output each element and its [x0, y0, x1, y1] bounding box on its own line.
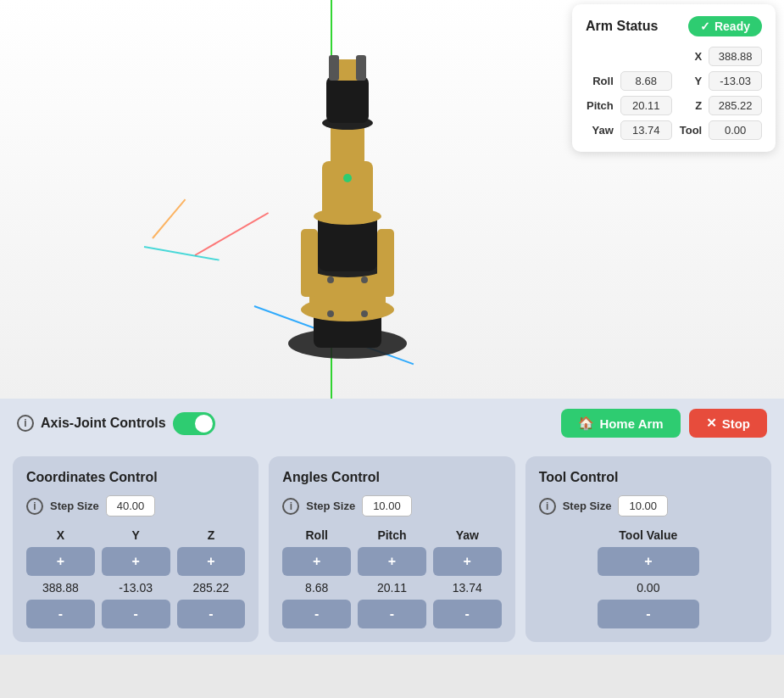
pitch-value: 20.11 — [377, 581, 407, 595]
coordinates-panel: Coordinates Control i Step Size 40.00 X … — [13, 456, 259, 642]
x-label: X — [679, 50, 702, 63]
yaw-label: Yaw — [586, 124, 614, 137]
coordinates-step-row: i Step Size 40.00 — [26, 495, 245, 517]
x-value: 388.88 — [709, 47, 762, 66]
pitch-value: 20.11 — [620, 96, 672, 115]
coordinates-title: Coordinates Control — [26, 470, 245, 485]
home-arm-button[interactable]: 🏠 Home Arm — [561, 409, 680, 438]
arm-status-title: Arm Status — [586, 19, 658, 34]
svg-point-16 — [327, 276, 334, 283]
svg-rect-10 — [326, 76, 369, 123]
angles-step-row: i Step Size 10.00 — [282, 495, 501, 517]
angles-panel: Angles Control i Step Size 10.00 Roll + … — [269, 456, 514, 642]
y-value: -13.03 — [709, 71, 762, 91]
x-axis-value: 388.88 — [42, 581, 79, 595]
svg-point-20 — [343, 174, 352, 182]
tool-step-row: i Step Size 10.00 — [539, 495, 758, 517]
y-label: Y — [679, 75, 702, 87]
status-label: Ready — [714, 20, 750, 33]
tool-step-label: Step Size — [563, 500, 612, 512]
z-plus-button[interactable]: + — [177, 547, 246, 576]
tool-axes: Tool Value + 0.00 - — [539, 528, 758, 628]
stop-icon: ✕ — [706, 416, 717, 431]
pitch-label: Pitch — [586, 99, 614, 112]
angles-step-label: Step Size — [306, 500, 355, 512]
x-minus-button[interactable]: - — [26, 600, 95, 628]
tool-minus-button[interactable]: - — [598, 600, 699, 628]
roll-value: 8.68 — [620, 71, 672, 91]
pitch-plus-button[interactable]: + — [358, 547, 426, 576]
y-minus-button[interactable]: - — [102, 600, 170, 628]
roll-col: Roll + 8.68 - — [282, 528, 351, 628]
panels-area: Coordinates Control i Step Size 40.00 X … — [0, 448, 784, 655]
tool-status-value: 0.00 — [709, 120, 762, 140]
status-badge: ✓ Ready — [688, 16, 762, 36]
yaw-header: Yaw — [456, 528, 479, 542]
controls-left: i Axis-Joint Controls — [17, 412, 215, 435]
svg-point-19 — [361, 310, 368, 317]
robot-arm-visual — [212, 42, 483, 365]
arm-status-header: Arm Status ✓ Ready — [586, 16, 762, 36]
check-icon: ✓ — [700, 20, 710, 33]
viewport: Arm Status ✓ Ready X 388.88 Roll 8.68 Y … — [0, 0, 784, 399]
z-axis-col: Z + 285.22 - — [177, 528, 246, 628]
svg-rect-13 — [356, 55, 366, 81]
pitch-minus-button[interactable]: - — [358, 600, 426, 628]
yaw-value: 13.74 — [453, 581, 482, 595]
axis-joint-info-icon[interactable]: i — [17, 415, 34, 432]
coordinates-axes: X + 388.88 - Y + -13.03 - Z + 285.22 - — [26, 528, 245, 628]
z-value: 285.22 — [709, 96, 762, 115]
home-icon: 🏠 — [578, 416, 594, 431]
svg-point-17 — [361, 276, 368, 283]
tool-value-header: Tool Value — [619, 528, 677, 542]
x-plus-button[interactable]: + — [26, 547, 95, 576]
roll-value: 8.68 — [305, 581, 328, 595]
roll-plus-button[interactable]: + — [282, 547, 351, 576]
y-axis-header: Y — [132, 528, 140, 542]
coordinates-step-value: 40.00 — [106, 495, 156, 517]
y-plus-button[interactable]: + — [102, 547, 170, 576]
svg-point-18 — [327, 310, 334, 317]
angles-step-value: 10.00 — [362, 495, 412, 517]
arm-status-panel: Arm Status ✓ Ready X 388.88 Roll 8.68 Y … — [572, 4, 776, 152]
axis-joint-toggle[interactable] — [173, 412, 215, 435]
tool-title: Tool Control — [539, 470, 758, 485]
x-axis-col: X + 388.88 - — [26, 528, 95, 628]
y-axis-value: -13.03 — [119, 581, 153, 595]
axis-line-orange — [152, 198, 186, 238]
tool-current-value: 0.00 — [637, 581, 659, 595]
roll-header: Roll — [305, 528, 327, 542]
yaw-col: Yaw + 13.74 - — [433, 528, 502, 628]
angles-info-icon[interactable]: i — [282, 498, 299, 515]
y-axis-col: Y + -13.03 - — [102, 528, 170, 628]
z-minus-button[interactable]: - — [177, 600, 246, 628]
z-label: Z — [679, 99, 702, 112]
svg-rect-15 — [377, 229, 394, 297]
tool-plus-button[interactable]: + — [598, 547, 699, 576]
yaw-minus-button[interactable]: - — [433, 600, 502, 628]
tool-label: Tool — [679, 124, 702, 137]
z-axis-value: 285.22 — [193, 581, 230, 595]
svg-rect-7 — [322, 161, 373, 221]
controls-bar: i Axis-Joint Controls 🏠 Home Arm ✕ Stop — [0, 399, 784, 448]
coordinates-step-label: Step Size — [50, 500, 99, 512]
pitch-header: Pitch — [377, 528, 406, 542]
stop-button[interactable]: ✕ Stop — [689, 409, 767, 438]
pitch-col: Pitch + 20.11 - — [358, 528, 426, 628]
svg-rect-12 — [329, 55, 339, 81]
angles-title: Angles Control — [282, 470, 501, 485]
angles-axes: Roll + 8.68 - Pitch + 20.11 - Yaw + 13.7… — [282, 528, 501, 628]
x-axis-header: X — [57, 528, 64, 542]
tool-step-value: 10.00 — [618, 495, 668, 517]
svg-rect-14 — [301, 229, 318, 297]
yaw-plus-button[interactable]: + — [433, 547, 502, 576]
tool-info-icon[interactable]: i — [539, 498, 556, 515]
tool-col: Tool Value + 0.00 - — [598, 528, 699, 628]
roll-label: Roll — [586, 75, 614, 87]
roll-minus-button[interactable]: - — [282, 600, 351, 628]
coordinates-info-icon[interactable]: i — [26, 498, 43, 515]
controls-right: 🏠 Home Arm ✕ Stop — [561, 409, 767, 438]
arm-status-grid: X 388.88 Roll 8.68 Y -13.03 Pitch 20.11 … — [586, 47, 762, 140]
axis-joint-label: Axis-Joint Controls — [41, 416, 166, 431]
z-axis-header: Z — [208, 528, 215, 542]
